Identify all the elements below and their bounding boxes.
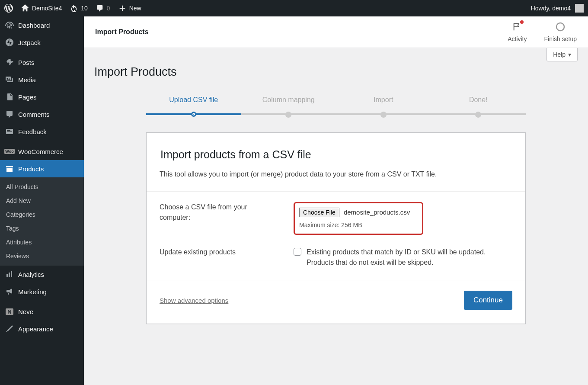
help-label: Help [553,51,566,58]
svg-rect-2 [6,274,8,277]
marketing-icon [5,287,14,296]
sidebar-label-woocommerce: WooCommerce [18,148,63,155]
sidebar-item-appearance[interactable]: Appearance [0,320,84,337]
sidebar-label-dashboard: Dashboard [18,22,50,29]
svg-point-5 [556,23,564,31]
sidebar-label-marketing: Marketing [18,288,47,295]
sidebar-item-marketing[interactable]: Marketing [0,283,84,300]
avatar[interactable] [575,4,584,13]
new-label: New [129,5,141,12]
comments-icon [5,110,14,119]
site-name-link[interactable]: DemoSite4 [21,4,62,13]
sidebar-label-jetpack: Jetpack [18,39,41,46]
choose-file-button[interactable]: Choose File [299,208,339,217]
finish-setup-button[interactable]: Finish setup [544,22,577,42]
sidebar-label-neve: Neve [18,308,33,315]
refresh-icon [70,4,78,13]
sidebar-item-neve[interactable]: NNeve [0,303,84,320]
howdy-link[interactable]: Howdy, demo4 [531,5,571,12]
wordpress-icon [4,4,13,13]
updates-link[interactable]: 10 [70,4,88,13]
sidebar-item-analytics[interactable]: Analytics [0,266,84,283]
pin-icon [5,58,14,67]
sidebar-sub-categories[interactable]: Categories [0,208,84,221]
sidebar-item-woocommerce[interactable]: WooWooCommerce [0,143,84,160]
chevron-down-icon: ▾ [568,51,571,58]
step-label: Column mapping [241,96,336,104]
comment-icon [96,4,104,13]
card-heading: Import products from a CSV file [160,148,511,161]
comment-count: 0 [107,5,110,12]
plus-icon [118,4,127,13]
page-icon [5,93,14,101]
sidebar-item-products[interactable]: Products [0,160,84,177]
svg-rect-4 [11,271,12,277]
products-icon [5,164,14,173]
finish-setup-label: Finish setup [544,35,577,42]
admin-topbar: DemoSite4 10 0 New Howdy, demo4 [0,0,588,16]
step-label: Upload CSV file [146,96,241,104]
media-icon [5,75,14,84]
notification-dot [520,20,524,24]
neve-icon: N [5,307,14,316]
site-name: DemoSite4 [32,5,62,12]
admin-sidebar: Dashboard Jetpack Posts Media Pages Comm… [0,16,84,385]
sidebar-label-pages: Pages [18,93,37,101]
card-description: This tool allows you to import (or merge… [160,170,512,178]
help-tab[interactable]: Help ▾ [546,48,578,61]
step-dot [191,112,196,117]
sidebar-sub-attributes[interactable]: Attributes [0,235,84,249]
sidebar-sub-add-new[interactable]: Add New [0,194,84,208]
sidebar-item-jetpack[interactable]: Jetpack [0,34,84,51]
sidebar-item-comments[interactable]: Comments [0,106,84,123]
show-advanced-link[interactable]: Show advanced options [160,297,228,304]
main-content: Import Products Activity Finish setup [84,16,588,385]
flag-icon [512,22,522,32]
step-dot [380,112,387,118]
step-label: Import [336,96,431,104]
sidebar-label-media: Media [18,76,36,83]
import-steps: Upload CSV file Column mapping Import Do… [146,96,526,118]
dashboard-icon [5,21,14,29]
home-icon [21,4,29,13]
activity-label: Activity [508,35,527,42]
selected-file-name: demosite_products.csv [344,209,410,216]
jetpack-icon [5,38,14,47]
continue-button[interactable]: Continue [464,291,512,310]
choose-file-label: Choose a CSV file from your computer: [160,202,272,223]
sidebar-label-comments: Comments [18,111,50,118]
refresh-count: 10 [81,5,88,12]
new-content-link[interactable]: New [118,4,141,13]
svg-rect-3 [9,273,10,277]
woo-icon: Woo [5,147,14,156]
sidebar-sub-tags[interactable]: Tags [0,221,84,235]
update-existing-description: Existing products that match by ID or SK… [307,247,512,268]
activity-button[interactable]: Activity [508,22,527,42]
update-existing-label: Update existing products [160,247,272,257]
sidebar-item-feedback[interactable]: Feedback [0,123,84,140]
step-label: Done! [431,96,526,104]
circle-icon [555,22,566,32]
sidebar-sub-all-products[interactable]: All Products [0,180,84,194]
sidebar-submenu-products: All Products Add New Categories Tags Att… [0,177,84,266]
feedback-icon [5,127,14,136]
appearance-icon [5,324,14,333]
step-dot [475,112,481,118]
sidebar-item-posts[interactable]: Posts [0,54,84,71]
svg-point-0 [6,38,13,46]
max-file-size: Maximum size: 256 MB [299,221,418,228]
sidebar-sub-reviews[interactable]: Reviews [0,249,84,263]
sidebar-label-appearance: Appearance [18,325,53,333]
sidebar-item-pages[interactable]: Pages [0,88,84,106]
import-card: Import products from a CSV file This too… [146,132,526,324]
page-title: Import Products [94,65,578,79]
sidebar-label-analytics: Analytics [18,271,44,278]
step-dot [285,112,291,118]
sidebar-item-media[interactable]: Media [0,71,84,88]
update-existing-checkbox[interactable] [294,248,301,256]
wp-logo-menu[interactable] [4,4,13,13]
main-header: Import Products Activity Finish setup [84,16,588,48]
sidebar-item-dashboard[interactable]: Dashboard [0,16,84,34]
header-title: Import Products [95,28,149,36]
comments-link[interactable]: 0 [96,4,110,13]
